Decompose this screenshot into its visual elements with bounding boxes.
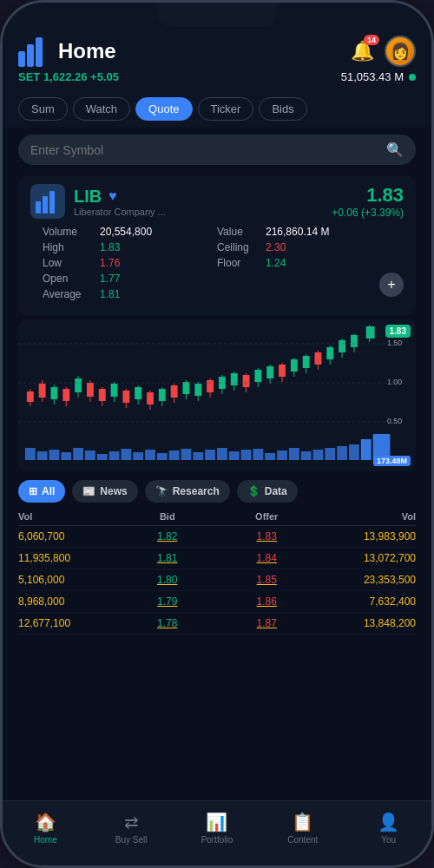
svg-rect-16 bbox=[109, 451, 120, 460]
bell-container[interactable]: 🔔 14 bbox=[351, 40, 374, 62]
order-row: 8,968,000 1.79 1.86 7,632,400 bbox=[18, 591, 416, 613]
tab-data[interactable]: 💲 Data bbox=[237, 480, 298, 503]
stock-header: LIB ♥ Liberator Company ... 1.83 +0.06 (… bbox=[30, 184, 404, 219]
svg-rect-20 bbox=[157, 453, 168, 460]
svg-rect-88 bbox=[315, 352, 322, 365]
vol-right-4: 13,848,200 bbox=[317, 617, 417, 629]
high-value: 1.83 bbox=[100, 241, 120, 253]
svg-rect-26 bbox=[229, 451, 240, 460]
stock-card: LIB ♥ Liberator Company ... 1.83 +0.06 (… bbox=[18, 175, 416, 316]
stat-volume: Volume 20,554,800 High 1.83 Low 1.76 O bbox=[43, 224, 217, 302]
svg-rect-32 bbox=[301, 451, 312, 460]
svg-rect-42 bbox=[39, 384, 46, 398]
order-row: 12,677,100 1.78 1.87 13,848,200 bbox=[18, 613, 416, 635]
nav-buy-sell[interactable]: ⇄ Buy Sell bbox=[89, 808, 174, 848]
tab-sum[interactable]: Sum bbox=[18, 97, 68, 121]
plus-button[interactable]: + bbox=[379, 273, 404, 297]
watchlist-heart-icon[interactable]: ♥ bbox=[108, 188, 117, 204]
nav-you[interactable]: 👤 You bbox=[345, 808, 431, 848]
portfolio-label: Portfolio bbox=[201, 835, 233, 845]
stock-price: 1.83 bbox=[332, 184, 404, 207]
home-label: Home bbox=[34, 835, 57, 845]
vol-left-0: 6,060,700 bbox=[18, 530, 118, 542]
tab-ticker[interactable]: Ticker bbox=[198, 97, 254, 121]
nav-portfolio[interactable]: 📊 Portfolio bbox=[174, 808, 260, 848]
vol-left-4: 12,677,100 bbox=[18, 617, 118, 629]
offer-1[interactable]: 1.84 bbox=[217, 552, 317, 564]
svg-rect-4 bbox=[43, 196, 48, 214]
svg-rect-28 bbox=[253, 449, 263, 460]
floor-value: 1.24 bbox=[266, 257, 286, 269]
content-icon: 📋 bbox=[292, 812, 313, 832]
volume-label: Volume bbox=[43, 226, 95, 238]
action-tabs: ⊞ All 📰 News 🔭 Research 💲 Data bbox=[3, 475, 431, 508]
high-label: High bbox=[43, 241, 95, 253]
you-icon: 👤 bbox=[378, 812, 399, 832]
svg-rect-18 bbox=[133, 452, 143, 460]
svg-rect-5 bbox=[49, 191, 55, 214]
bid-1[interactable]: 1.81 bbox=[118, 552, 218, 564]
value-label: Value bbox=[217, 226, 260, 238]
avatar[interactable]: 👩 bbox=[385, 36, 416, 67]
svg-rect-10 bbox=[37, 451, 48, 460]
svg-rect-33 bbox=[313, 450, 324, 460]
offer-2[interactable]: 1.85 bbox=[217, 574, 317, 586]
tab-bids[interactable]: Bids bbox=[259, 97, 306, 121]
bid-2[interactable]: 1.80 bbox=[118, 574, 218, 586]
svg-rect-11 bbox=[49, 450, 60, 460]
offer-4[interactable]: 1.87 bbox=[217, 617, 317, 629]
nav-content[interactable]: 📋 Content bbox=[260, 808, 345, 848]
value-value: 216,860.14 M bbox=[266, 226, 329, 238]
tab-research[interactable]: 🔭 Research bbox=[145, 480, 230, 503]
stat-value-group: Value 216,860.14 M Ceiling 2.30 Floor 1.… bbox=[217, 224, 391, 302]
search-input[interactable] bbox=[30, 143, 379, 157]
svg-rect-94 bbox=[351, 335, 358, 347]
bid-4[interactable]: 1.78 bbox=[118, 617, 218, 629]
svg-rect-66 bbox=[183, 382, 190, 394]
svg-rect-96 bbox=[366, 326, 375, 339]
svg-rect-31 bbox=[289, 448, 299, 460]
svg-rect-50 bbox=[87, 383, 94, 397]
svg-rect-1 bbox=[27, 44, 34, 67]
all-label: All bbox=[42, 485, 55, 497]
stock-company-name: Liberator Company ... bbox=[74, 207, 166, 217]
candlestick-chart-svg: 1.50 1.00 0.50 bbox=[18, 319, 416, 471]
tab-all[interactable]: ⊞ All bbox=[18, 480, 65, 503]
stock-left: LIB ♥ Liberator Company ... bbox=[30, 184, 166, 219]
all-grid-icon: ⊞ bbox=[29, 485, 37, 497]
buy-sell-label: Buy Sell bbox=[115, 835, 148, 845]
average-label: Average bbox=[43, 288, 95, 300]
offer-3[interactable]: 1.86 bbox=[217, 595, 317, 608]
set-index: SET 1,622.26 +5.05 bbox=[18, 70, 119, 83]
svg-rect-35 bbox=[337, 446, 347, 460]
svg-rect-82 bbox=[279, 365, 286, 377]
chart-volume-label: 173.48M bbox=[373, 456, 411, 466]
buy-sell-icon: ⇄ bbox=[124, 812, 139, 832]
svg-rect-68 bbox=[194, 384, 201, 396]
svg-rect-22 bbox=[181, 449, 192, 460]
tab-news[interactable]: 📰 News bbox=[72, 480, 137, 503]
news-icon: 📰 bbox=[82, 485, 95, 497]
home-icon: 🏠 bbox=[35, 812, 56, 832]
ceiling-label: Ceiling bbox=[217, 241, 260, 253]
header-left: Home bbox=[18, 36, 116, 67]
low-value: 1.76 bbox=[100, 257, 120, 269]
data-label: Data bbox=[265, 485, 287, 497]
open-value: 1.77 bbox=[100, 273, 120, 285]
nav-home[interactable]: 🏠 Home bbox=[3, 808, 89, 848]
svg-rect-15 bbox=[97, 454, 108, 460]
tab-watch[interactable]: Watch bbox=[73, 97, 130, 121]
search-bar[interactable]: 🔍 bbox=[18, 135, 416, 165]
app-logo-icon bbox=[18, 36, 49, 67]
bid-3[interactable]: 1.79 bbox=[118, 595, 218, 608]
stats-section: Volume 20,554,800 High 1.83 Low 1.76 O bbox=[30, 224, 404, 307]
svg-rect-84 bbox=[291, 359, 298, 372]
col-vol-right: Vol bbox=[317, 511, 417, 522]
order-row: 5,106,000 1.80 1.85 23,353,500 bbox=[18, 569, 416, 591]
ceiling-value: 2.30 bbox=[266, 241, 286, 253]
bid-0[interactable]: 1.82 bbox=[118, 530, 218, 542]
vol-right-1: 13,072,700 bbox=[317, 552, 417, 564]
tab-quote[interactable]: Quote bbox=[135, 97, 192, 121]
offer-0[interactable]: 1.83 bbox=[217, 530, 317, 542]
svg-rect-46 bbox=[62, 389, 69, 401]
